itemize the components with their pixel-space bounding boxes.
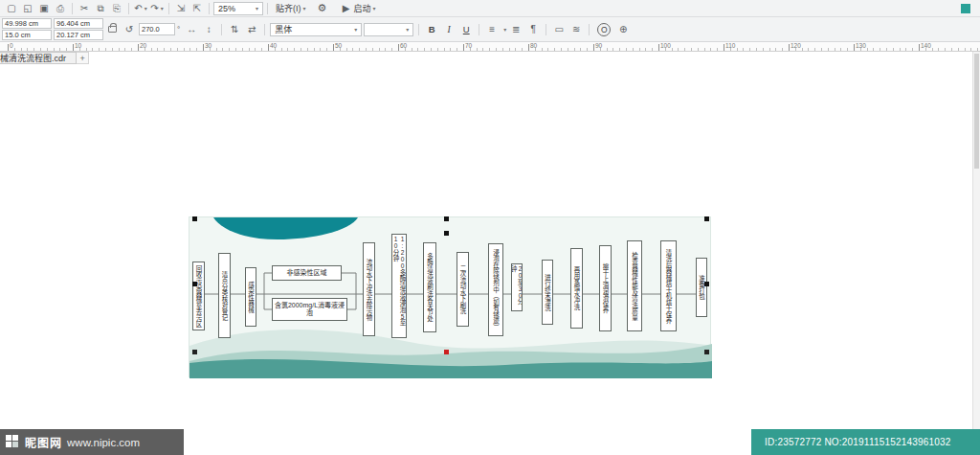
bulleted-list-icon[interactable]: ≣ (508, 23, 523, 36)
selection-handle[interactable] (704, 216, 709, 221)
ruler-label: 60 (400, 42, 407, 49)
text-alignment-icon[interactable]: ≡ (484, 23, 500, 36)
snap-to-label: 贴齐(I) (276, 2, 301, 14)
vertical-scrollbar[interactable] (972, 52, 980, 429)
flow-box[interactable]: 非感染性区域 (272, 265, 342, 281)
flow-box[interactable]: 回收污染器械至去污区 (192, 262, 205, 330)
interactive-opentype-icon[interactable]: ⊕ (615, 23, 631, 36)
ruler-label: 140 (921, 42, 931, 49)
coreldraw-window: ▢◱▣⎙✂⧉⎘↶▾↷▾⇲⇱ 25% ▾ 贴齐(I) ▾ ⚙ ▶ 启动 ▾ 49.… (0, 0, 980, 455)
selection-handle[interactable] (704, 350, 709, 354)
rotate-icon: ↺ (122, 23, 137, 36)
font-size-select[interactable]: ▾ (364, 23, 413, 36)
import-icon[interactable]: ⇲ (173, 2, 189, 15)
object-width-field[interactable]: 96.404 cm (54, 18, 103, 29)
artwork-canvas[interactable]: 回收污染器械至去污区清点分类核对登记感染性器械非感染性区域含氯2000mg/L消… (189, 216, 711, 377)
font-family-select[interactable]: 黑体 ▾ (270, 23, 362, 36)
ruler-label: 30 (205, 42, 212, 49)
drop-cap-icon[interactable]: ¶ (525, 23, 541, 36)
standard-toolbar-icons: ▢◱▣⎙✂⧉⎘↶▾↷▾⇲⇱ (4, 2, 212, 15)
redo-icon[interactable]: ↷▾ (149, 2, 165, 15)
flow-box[interactable]: 流动水下冲洗去除污物 (363, 242, 375, 336)
flow-box[interactable]: 再用蒸馏水冲洗 (570, 248, 583, 329)
toolbar-separator (589, 24, 590, 35)
watermark-site-url: www.nipic.com (67, 437, 140, 448)
launch-menu[interactable]: ▶ 启动 ▾ (335, 2, 380, 15)
toolbar-separator (221, 24, 222, 35)
mirror-horizontal-icon[interactable]: ↔ (184, 23, 199, 36)
flow-box[interactable]: 二次流动水下刷洗 (457, 252, 469, 327)
flow-box[interactable]: 1:200多酶清洗液浸泡5至10分钟 (391, 234, 407, 338)
new-tab-button[interactable]: + (77, 52, 89, 64)
property-bar: 49.998 cm 15.0 cm 96.404 cm 20.127 cm ↺ … (0, 17, 980, 42)
flow-box[interactable]: 检查器械性能及清洗质量 (627, 240, 642, 331)
toolbar-separator (72, 3, 73, 14)
selection-handle[interactable] (444, 350, 449, 354)
flow-box[interactable]: 准备打包 (696, 258, 707, 317)
degree-label: ° (177, 25, 180, 34)
underline-button[interactable]: U (458, 22, 474, 36)
convert-text-icon[interactable]: ⇄ (244, 23, 259, 36)
save-icon[interactable]: ▣ (36, 2, 52, 15)
snap-to-select[interactable]: 贴齐(I) ▾ (272, 2, 310, 15)
flow-box[interactable]: 清点分类核对登记 (218, 253, 231, 338)
flow-box[interactable]: 多酶清洗液刷洗各关节处 (423, 242, 436, 332)
italic-button[interactable]: I (441, 22, 457, 36)
selection-handle[interactable] (444, 216, 449, 221)
text-direction-icon[interactable]: ⇅ (227, 23, 242, 36)
flow-box[interactable]: 感染性器械 (245, 267, 256, 327)
chevron-down-icon: ▾ (373, 5, 376, 11)
options-gear-icon[interactable]: ⚙ (315, 2, 330, 15)
selection-handle[interactable] (444, 231, 449, 236)
cut-icon[interactable]: ✂ (77, 2, 92, 15)
flow-box[interactable]: 清洗后器械烘干机烘干保养 (660, 240, 677, 331)
lock-ratio-icon[interactable] (108, 26, 117, 33)
columns-icon[interactable]: ≋ (568, 23, 584, 36)
chevron-down-icon: ▾ (256, 5, 258, 11)
position-y-field[interactable]: 15.0 cm (2, 30, 52, 40)
rotation-angle-field[interactable]: 270.0 (139, 23, 175, 35)
flow-box[interactable]: 进行终末漂洗 (542, 260, 553, 325)
text-frame-icon[interactable]: ▭ (551, 23, 567, 36)
toolbar-separator (168, 3, 169, 14)
flow-box[interactable]: 浸泡在除锈剂中（如有锈迹） (488, 243, 503, 336)
mirror-vertical-icon[interactable]: ↕ (201, 23, 216, 36)
selection-handle[interactable] (192, 282, 197, 286)
selection-handle[interactable] (704, 282, 709, 286)
ruler-label: 70 (465, 42, 472, 49)
selection-handle[interactable] (192, 350, 197, 354)
document-tab-bar: 器械清洗流程图.cdr + (0, 52, 980, 65)
ruler-label: 100 (660, 42, 671, 49)
toolbar-separator (479, 24, 479, 35)
copy-icon[interactable]: ⧉ (93, 2, 108, 15)
ruler-label: 110 (725, 42, 735, 49)
flow-box[interactable]: 擦干上油润滑保养 (599, 245, 612, 331)
scrollbar-thumb[interactable] (974, 54, 979, 169)
zoom-level-select[interactable]: 25% ▾ (213, 2, 263, 15)
open-icon[interactable]: ◱ (20, 2, 35, 15)
chevron-down-icon: ▾ (145, 5, 147, 11)
banner-shape (213, 217, 358, 239)
print-icon[interactable]: ⎙ (53, 2, 68, 15)
position-x-field[interactable]: 49.998 cm (2, 18, 52, 29)
standard-toolbar: ▢◱▣⎙✂⧉⎘↶▾↷▾⇲⇱ 25% ▾ 贴齐(I) ▾ ⚙ ▶ 启动 ▾ (0, 0, 980, 17)
flow-box[interactable]: 含氯2000mg/L消毒液浸泡 (272, 298, 347, 321)
welcome-screen-button[interactable] (961, 4, 970, 13)
toolbar-separator (546, 24, 546, 35)
font-family-value: 黑体 (275, 23, 292, 35)
ruler-label: 90 (595, 42, 602, 49)
ruler-label: 20 (140, 42, 146, 49)
new-document-icon[interactable]: ▢ (4, 2, 19, 15)
undo-icon[interactable]: ↶▾ (133, 2, 148, 15)
export-icon[interactable]: ⇱ (189, 2, 205, 15)
bold-button[interactable]: B (424, 22, 439, 36)
flow-box[interactable]: 20至30分钟 (511, 263, 523, 311)
object-height-field[interactable]: 20.127 cm (54, 30, 103, 40)
selection-handle[interactable] (192, 216, 197, 221)
toolbar-separator (209, 3, 210, 14)
document-tab[interactable]: 器械清洗流程图.cdr (0, 52, 77, 64)
paste-icon[interactable]: ⎘ (109, 2, 124, 15)
ruler-label: 80 (530, 42, 537, 49)
edit-text-button[interactable]: O (597, 23, 611, 36)
toolbar-separator (418, 24, 419, 35)
